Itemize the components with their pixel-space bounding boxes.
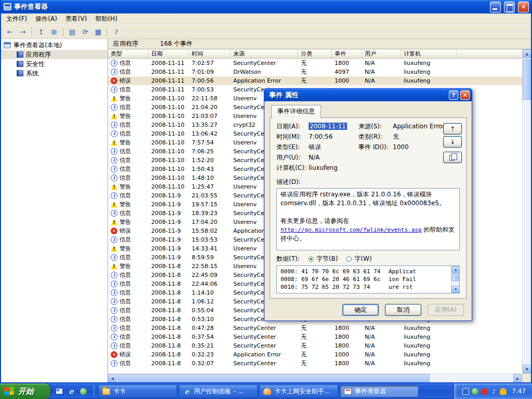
cell-time: 0:32:23 <box>189 351 231 358</box>
toolbar-up-level-button[interactable]: ↥ <box>35 26 47 37</box>
date-label: 日期(A): <box>276 123 309 130</box>
hex-scroll-down-icon[interactable]: ▼ <box>451 286 460 293</box>
folder-icon <box>102 388 110 395</box>
toolbar-show-tree-button[interactable]: ⊞ <box>48 26 60 37</box>
data-row: 数据(T): 字节(B) 字(W) <box>276 255 460 263</box>
event-row[interactable]: ✕错误2008-11-80:32:23Application Error无100… <box>108 350 522 359</box>
tree-root[interactable]: 事件查看器(本地) <box>1 41 108 50</box>
bytes-radio-label: 字节(B) <box>316 255 338 263</box>
cancel-button[interactable]: 取消 <box>385 304 421 316</box>
computer-value: liuxufeng <box>309 164 453 172</box>
toolbar-refresh-button[interactable]: ⟳ <box>79 26 91 37</box>
column-header-time[interactable]: 时间 <box>189 49 231 58</box>
event-type-label: 信息 <box>119 254 131 261</box>
cell-type: i信息 <box>108 121 149 129</box>
hex-scroll-up-icon[interactable]: ▲ <box>451 266 460 273</box>
menu-item-action[interactable]: 操作(A) <box>31 13 61 25</box>
bytes-radio[interactable]: 字节(B) <box>308 255 338 263</box>
event-row[interactable]: i信息2008-11-80:47:28SecurityCenter无1800N/… <box>108 324 522 332</box>
tree-item-security-log[interactable]: 安全性 <box>1 59 108 69</box>
hex-scrollbar[interactable]: ▲ ▼ <box>451 266 459 293</box>
task-button-kaka-assistant[interactable]: 卡卡上网安全助手... <box>259 385 338 397</box>
column-header-user[interactable]: 用户 <box>362 49 401 58</box>
event-row[interactable]: i信息2008-11-80:37:54SecurityCenter无1800N/… <box>108 332 522 341</box>
task-button-kaka-folder[interactable]: 卡卡 <box>98 385 177 397</box>
title-bar[interactable]: 事件查看器 ✕ <box>1 0 531 14</box>
description-box[interactable]: 错误应用程序 rstray.exe，版本 21.0.0.16，错误模块 coms… <box>276 188 460 250</box>
cell-date: 2008-11-10 <box>149 122 189 128</box>
menu-item-file[interactable]: 文件(F) <box>2 13 31 25</box>
start-button[interactable]: 开始 <box>0 383 50 399</box>
column-header-category[interactable]: 分类 <box>298 49 332 58</box>
tab-event-details[interactable]: 事件详细信息 <box>271 105 321 118</box>
horizontal-scroll-thumb[interactable] <box>118 374 430 382</box>
info-icon: i <box>111 166 117 172</box>
vertical-scrollbar[interactable]: ▲ ▼ <box>522 49 531 374</box>
tray-antivirus-icon[interactable] <box>481 388 488 395</box>
vertical-scroll-thumb[interactable] <box>523 59 531 100</box>
event-type-label: 信息 <box>119 333 131 341</box>
quick-launch-show-desktop-icon[interactable] <box>55 387 63 395</box>
column-header-source[interactable]: 来源 <box>231 49 298 58</box>
tree-item-system-log[interactable]: 系统 <box>1 69 108 78</box>
cell-type: i信息 <box>108 254 149 261</box>
system-tray: ♪ 7:47 <box>454 383 532 399</box>
event-row[interactable]: ✕错误2008-11-117:00:56Application Error无10… <box>108 76 522 85</box>
tree-item-application-log[interactable]: 应用程序 <box>1 50 108 59</box>
tray-monitor-icon[interactable] <box>462 388 469 395</box>
words-radio[interactable]: 字(W) <box>346 255 371 263</box>
cell-type: !警告 <box>108 245 149 252</box>
column-header-date[interactable]: 日期 <box>149 49 189 58</box>
minimize-button[interactable] <box>490 2 501 12</box>
cell-time: 8:59:59 <box>189 254 231 261</box>
info-icon: i <box>111 360 117 367</box>
copy-event-button[interactable] <box>443 152 462 163</box>
close-button[interactable]: ✕ <box>518 2 529 12</box>
next-event-button[interactable]: ↓ <box>443 136 462 148</box>
scroll-right-icon[interactable]: ▶ <box>513 374 522 382</box>
cell-type: i信息 <box>108 289 149 297</box>
cell-type: i信息 <box>108 324 149 332</box>
menu-item-view[interactable]: 查看(V) <box>61 13 91 25</box>
toolbar-back-button[interactable]: ← <box>4 26 16 37</box>
hex-scroll-thumb[interactable] <box>451 274 460 281</box>
tray-kaka-icon[interactable] <box>472 388 478 395</box>
quick-launch-messenger-icon[interactable] <box>79 387 87 395</box>
task-button-user-control-panel[interactable]: e用户控制面板 - ... <box>179 385 258 397</box>
toolbar-export-list-button[interactable]: ▦ <box>92 26 104 37</box>
cell-time: 13:06:42 <box>189 130 231 137</box>
dialog-title-bar[interactable]: 事件 属性 ? ✕ <box>264 89 472 101</box>
toolbar-help-button[interactable]: ? <box>110 26 123 37</box>
dialog-close-button[interactable]: ✕ <box>460 90 470 100</box>
time-label: 时间(M): <box>276 133 309 141</box>
events-help-link[interactable]: http://go.microsoft.com/fwlink/events.as… <box>281 227 422 233</box>
cell-time: 1:50:43 <box>189 166 231 172</box>
maximize-button[interactable] <box>504 2 515 12</box>
event-type-label: 信息 <box>119 342 131 350</box>
event-row[interactable]: i信息2008-11-80:35:21SecurityCenter无1800N/… <box>108 341 522 350</box>
ok-button[interactable]: 确定 <box>342 304 379 316</box>
column-header-type[interactable]: 类型 <box>108 49 149 58</box>
event-row[interactable]: i信息2008-11-117:01:09DrWatson无4097N/Aliux… <box>108 68 522 76</box>
event-row[interactable]: i信息2008-11-80:32:07SecurityCenter无1800N/… <box>108 359 522 368</box>
cell-time: 0:53:10 <box>189 316 231 323</box>
tray-volume-icon[interactable]: ♪ <box>490 388 497 395</box>
previous-event-button[interactable]: ↑ <box>443 123 462 135</box>
event-type-label: 信息 <box>119 165 131 173</box>
toolbar-forward-button[interactable]: → <box>17 26 29 37</box>
column-header-computer[interactable]: 计算机 <box>401 49 457 58</box>
horizontal-scrollbar[interactable]: ◀ ▶ <box>108 374 522 382</box>
scroll-down-icon[interactable]: ▼ <box>523 365 531 374</box>
tray-safety-icon[interactable] <box>500 388 507 395</box>
hex-data-box[interactable]: 0000:41 70 70 6c 69 63 61 74Applicat0008… <box>276 265 460 294</box>
scroll-up-icon[interactable]: ▲ <box>523 49 531 58</box>
dialog-help-button[interactable]: ? <box>449 90 458 100</box>
scroll-left-icon[interactable]: ◀ <box>108 374 117 382</box>
task-button-event-viewer[interactable]: 事件查看器 <box>340 385 419 397</box>
info-icon: i <box>111 236 117 243</box>
event-row[interactable]: i信息2008-11-117:02:57SecurityCenter无1800N… <box>108 59 522 68</box>
quick-launch-ie-icon[interactable]: e <box>67 387 75 395</box>
toolbar-properties-button[interactable]: ▤ <box>66 26 78 37</box>
menu-item-help[interactable]: 帮助(H) <box>91 13 121 25</box>
column-header-event[interactable]: 事件 <box>332 49 362 58</box>
